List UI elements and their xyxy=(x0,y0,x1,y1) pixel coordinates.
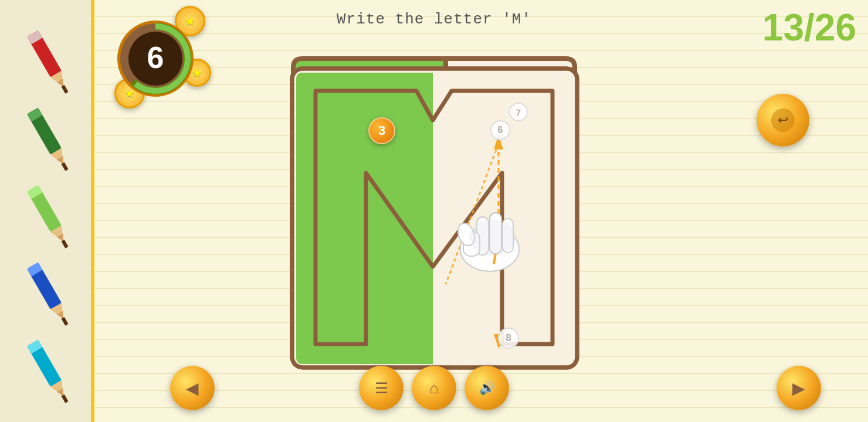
pencils-sidebar xyxy=(0,0,91,422)
list-button[interactable]: ☰ xyxy=(359,366,404,410)
back-left-icon: ◀ xyxy=(186,379,199,398)
forward-button-right[interactable]: ▶ xyxy=(777,366,821,410)
hint-coin-button[interactable]: ↩ xyxy=(757,94,809,147)
pencil-dark-green[interactable] xyxy=(19,100,72,167)
forward-right-icon: ▶ xyxy=(792,379,805,398)
svg-rect-19 xyxy=(61,317,68,326)
svg-rect-9 xyxy=(61,162,68,171)
pencil-teal[interactable] xyxy=(19,332,72,399)
bottom-nav: ☰ ⌂ 🔊 xyxy=(359,366,509,410)
back-button-left[interactable]: ◀ xyxy=(170,366,215,410)
svg-rect-14 xyxy=(61,240,68,249)
step-badge-3: 3 xyxy=(368,117,395,144)
letter-m-area: 3 6 7 8 xyxy=(282,50,586,375)
step-badge-7: 7 xyxy=(509,103,528,121)
home-icon: ⌂ xyxy=(429,379,439,397)
left-yellow-bar xyxy=(91,0,94,422)
pencil-blue[interactable] xyxy=(19,254,72,322)
sound-button[interactable]: 🔊 xyxy=(464,366,509,410)
instruction-text: Write the letter 'M' xyxy=(337,11,531,28)
svg-rect-39 xyxy=(316,91,366,344)
pencil-light-green[interactable] xyxy=(19,177,72,244)
pencil-red[interactable] xyxy=(19,22,72,90)
svg-rect-24 xyxy=(61,394,68,403)
timer-number: 6 xyxy=(147,40,164,74)
timer-container: ★ ★ ★ 6 xyxy=(103,6,211,114)
step-badge-6: 6 xyxy=(490,120,510,140)
svg-point-56 xyxy=(469,220,516,255)
list-icon: ☰ xyxy=(375,379,388,397)
sound-icon: 🔊 xyxy=(479,380,495,396)
svg-rect-4 xyxy=(61,85,68,94)
step-badge-8: 8 xyxy=(498,328,519,349)
timer-svg: 6 xyxy=(114,18,196,100)
hand-cursor xyxy=(455,190,531,273)
home-button[interactable]: ⌂ xyxy=(412,366,456,410)
letter-m-svg xyxy=(282,50,586,375)
progress-counter: 13/26 xyxy=(762,6,856,49)
svg-text:↩: ↩ xyxy=(778,113,788,127)
